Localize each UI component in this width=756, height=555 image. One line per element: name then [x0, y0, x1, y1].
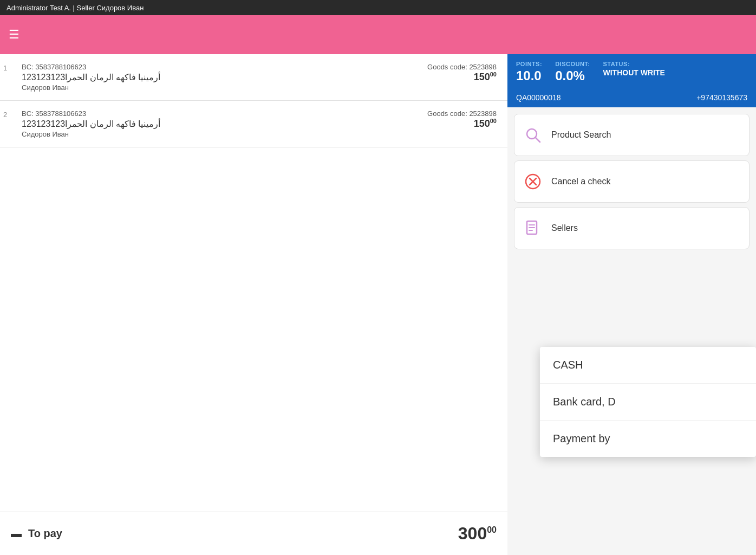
- order-price: 15000: [427, 118, 497, 130]
- cash-option[interactable]: CASH: [540, 347, 756, 384]
- sellers-button[interactable]: Sellers: [514, 207, 750, 249]
- status-bar: Administrator Test A. | Seller Сидоров И…: [0, 0, 756, 15]
- bottom-left: ▬ To pay: [11, 527, 62, 540]
- main-layout: 1 BC: 3583788106623 أرمينيا فاكهه الرمان…: [0, 54, 756, 555]
- hamburger-icon[interactable]: ☰: [9, 28, 19, 42]
- sellers-label: Sellers: [551, 223, 578, 233]
- bank-card-option[interactable]: Bank card, D: [540, 384, 756, 421]
- order-seller: Сидоров Иван: [22, 130, 497, 138]
- order-goods: Goods code: 2523898 15000: [427, 63, 497, 83]
- order-price: 15000: [427, 71, 497, 83]
- payment-by-option[interactable]: Payment by: [540, 421, 756, 457]
- order-bc: BC: 3583788106623: [22, 109, 497, 118]
- total-amount: 30000: [458, 524, 497, 544]
- header: ☰: [0, 15, 756, 54]
- bottom-bar: ▬ To pay 30000: [0, 512, 507, 555]
- left-panel: 1 BC: 3583788106623 أرمينيا فاكهه الرمان…: [0, 54, 507, 555]
- order-goods-code: Goods code: 2523898: [427, 63, 497, 71]
- cancel-icon: [523, 172, 543, 191]
- order-item-content: BC: 3583788106623 أرمينيا فاكهه الرمان ا…: [11, 63, 497, 92]
- points-stat: POINTS: 10.0: [516, 61, 542, 83]
- product-search-button[interactable]: Product Search: [514, 114, 750, 156]
- payment-dropdown: CASH Bank card, D Payment by: [540, 347, 756, 457]
- order-name: أرمينيا فاكهه الرمان الحمرا123123123: [22, 119, 497, 129]
- order-item-number: 1: [3, 64, 7, 72]
- order-item-content: BC: 3583788106623 أرمينيا فاكهه الرمان ا…: [11, 109, 497, 138]
- points-value: 10.0: [516, 68, 542, 83]
- product-search-label: Product Search: [551, 130, 611, 140]
- discount-value: 0.0%: [555, 68, 590, 83]
- card-icon: ▬: [11, 527, 22, 540]
- sellers-icon: [523, 218, 543, 238]
- customer-phone: +97430135673: [696, 93, 747, 102]
- order-list: 1 BC: 3583788106623 أرمينيا فاكهه الرمان…: [0, 54, 507, 147]
- status-bar-text: Administrator Test A. | Seller Сидоров И…: [6, 4, 144, 12]
- discount-label: DISCOUNT:: [555, 61, 590, 67]
- status-stat: STATUS: WITHOUT WRITE: [603, 61, 665, 78]
- order-name: أرمينيا فاكهه الرمان الحمرا123123123: [22, 72, 497, 82]
- customer-id: QA00000018: [516, 93, 561, 102]
- customer-card: POINTS: 10.0 DISCOUNT: 0.0% STATUS: WITH…: [507, 54, 756, 90]
- status-label: STATUS:: [603, 61, 665, 67]
- to-pay-label: To pay: [28, 527, 62, 540]
- order-bc: BC: 3583788106623: [22, 63, 497, 71]
- cancel-check-label: Cancel a check: [551, 177, 610, 186]
- order-goods: Goods code: 2523898 15000: [427, 109, 497, 130]
- svg-line-1: [536, 138, 540, 142]
- search-icon: [523, 125, 543, 145]
- status-value: WITHOUT WRITE: [603, 68, 665, 78]
- order-item: 2 BC: 3583788106623 أرمينيا فاكهه الرمان…: [0, 101, 507, 147]
- discount-stat: DISCOUNT: 0.0%: [555, 61, 590, 83]
- order-seller: Сидоров Иван: [22, 83, 497, 92]
- customer-info-row: QA00000018 +97430135673: [507, 90, 756, 107]
- order-item-number: 2: [3, 111, 7, 119]
- points-label: POINTS:: [516, 61, 542, 67]
- cancel-check-button[interactable]: Cancel a check: [514, 160, 750, 203]
- action-buttons: Product Search Cancel a check: [507, 107, 756, 555]
- right-panel: POINTS: 10.0 DISCOUNT: 0.0% STATUS: WITH…: [507, 54, 756, 555]
- order-goods-code: Goods code: 2523898: [427, 109, 497, 118]
- order-item: 1 BC: 3583788106623 أرمينيا فاكهه الرمان…: [0, 54, 507, 101]
